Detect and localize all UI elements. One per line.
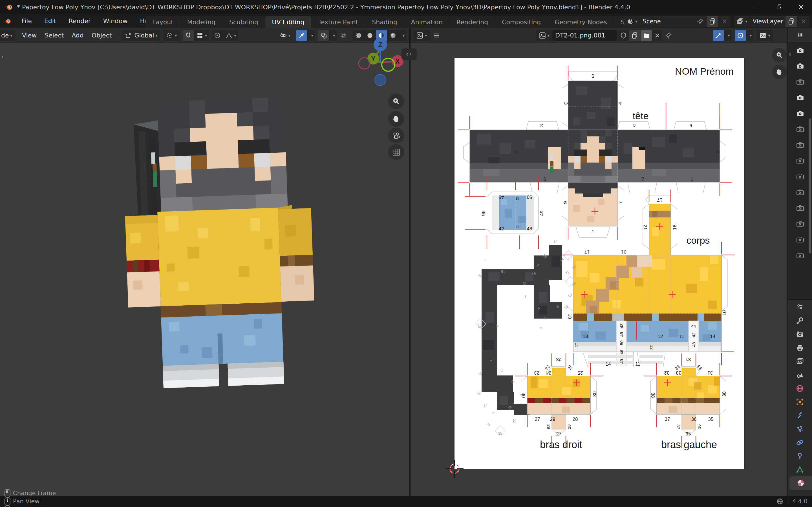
- right-mouse-icon: [4, 506, 10, 507]
- display-channels-dropdown[interactable]: ▾: [756, 30, 773, 41]
- workspace-tab-sculpting[interactable]: Sculpting: [222, 16, 265, 28]
- unlink-scene-button[interactable]: [719, 16, 731, 27]
- menu-render[interactable]: Render: [63, 16, 96, 26]
- editor-menu-button[interactable]: [430, 30, 443, 41]
- template-text: 28: [573, 416, 578, 422]
- gizmo-z-neg-axis[interactable]: [375, 74, 386, 86]
- uv-proportional-toggle[interactable]: [735, 30, 746, 41]
- workspace-tab-geometry-nodes[interactable]: Geometry Nodes: [548, 16, 614, 28]
- uv-snap-toggle[interactable]: [713, 30, 724, 41]
- properties-tab-constraints[interactable]: [788, 449, 812, 463]
- outliner-camera-disabled-item[interactable]: [788, 231, 812, 247]
- pan-view-button[interactable]: [388, 111, 404, 127]
- workspace-tab-rendering[interactable]: Rendering: [450, 16, 495, 28]
- new-scene-button[interactable]: [707, 16, 719, 27]
- restore-button[interactable]: [768, 0, 790, 14]
- outliner-camera-disabled-item[interactable]: [788, 184, 812, 200]
- viewlayer-name[interactable]: ViewLayer: [750, 18, 785, 25]
- image-name-field[interactable]: DT2-01.png.001: [552, 30, 617, 41]
- outliner-camera-disabled-item[interactable]: [788, 153, 812, 168]
- viewlayer-selector[interactable]: ▾ ViewLayer: [734, 16, 810, 27]
- workspace-tab-compositing[interactable]: Compositing: [495, 16, 548, 28]
- output-icon: [796, 344, 804, 352]
- unlink-image-button[interactable]: ×: [652, 30, 662, 41]
- character-model[interactable]: [0, 28, 409, 496]
- camera-view-button[interactable]: [388, 128, 404, 144]
- outliner-camera-disabled-item[interactable]: [788, 121, 812, 137]
- blender-logo-icon: [4, 3, 13, 11]
- outliner-camera-item[interactable]: [788, 42, 812, 58]
- properties-tab-object[interactable]: [788, 395, 812, 409]
- pin-image-icon[interactable]: [662, 30, 675, 41]
- template-text: 30: [592, 392, 598, 397]
- properties-tab-material[interactable]: [790, 476, 812, 490]
- workspace-tab-uv-editing[interactable]: UV Editing: [265, 16, 312, 28]
- workspace-tab-layout[interactable]: Layout: [146, 16, 181, 28]
- properties-tab-render[interactable]: [788, 328, 812, 341]
- outliner-camera-disabled-item[interactable]: [788, 168, 812, 184]
- properties-tab-particles[interactable]: [788, 422, 812, 436]
- outliner-camera-disabled-item[interactable]: [788, 247, 812, 263]
- 3d-viewport[interactable]: de▾ ViewSelectAddObject Global▾ ▾ ▾ ▾: [0, 28, 409, 496]
- outliner-camera-disabled-item[interactable]: [788, 200, 812, 216]
- 2d-cursor[interactable]: [444, 459, 465, 479]
- properties-header[interactable]: [788, 300, 812, 314]
- properties-panel[interactable]: [788, 299, 812, 496]
- uv-proportional-dropdown[interactable]: ▾: [746, 30, 754, 41]
- area-resize-arrows[interactable]: ‹›: [402, 48, 417, 60]
- workspace-tab-texture-paint[interactable]: Texture Paint: [311, 16, 365, 28]
- properties-tab-data[interactable]: [788, 463, 812, 476]
- menu-window[interactable]: Window: [98, 16, 133, 26]
- close-button[interactable]: [790, 0, 812, 14]
- pin-icon[interactable]: [695, 16, 707, 27]
- properties-tab-scene[interactable]: [788, 368, 812, 382]
- template-text: 50: [619, 341, 624, 345]
- browse-image-dropdown[interactable]: ▾: [536, 30, 553, 41]
- properties-tab-viewlayer[interactable]: [788, 355, 812, 368]
- status-bar: Change FramePan ViewOptions | 4.4.0: [0, 496, 812, 507]
- outliner-camera-item[interactable]: [788, 58, 812, 74]
- new-viewlayer-button[interactable]: [785, 16, 798, 27]
- zoom-view-button[interactable]: [388, 94, 404, 109]
- toggle-ortho-button[interactable]: [388, 144, 404, 160]
- scene-name[interactable]: Scene: [640, 18, 695, 25]
- outliner-panel[interactable]: ‹: [788, 28, 812, 298]
- blender-app-menu[interactable]: [0, 14, 15, 28]
- navigation-gizmo[interactable]: Z Y X: [355, 34, 406, 96]
- uv-snap-dropdown[interactable]: ▾: [724, 30, 732, 41]
- workspace-tab-modeling[interactable]: Modeling: [181, 16, 222, 28]
- workspace-tab-shading[interactable]: Shading: [365, 16, 404, 28]
- editor-type-dropdown[interactable]: ▾: [413, 30, 430, 41]
- remove-viewlayer-button[interactable]: [798, 16, 810, 27]
- outliner-camera-disabled-item[interactable]: [788, 74, 812, 90]
- outliner-camera-item[interactable]: [788, 90, 812, 105]
- workspace-tab-animation[interactable]: Animation: [404, 16, 450, 28]
- properties-tab-tool[interactable]: [788, 314, 812, 328]
- properties-tab-physics[interactable]: [788, 436, 812, 449]
- gizmo-x-neg-axis[interactable]: [359, 58, 370, 69]
- outliner-camera-disabled-item[interactable]: [788, 216, 812, 231]
- outliner-camera-disabled-item[interactable]: [788, 137, 812, 153]
- menu-edit[interactable]: Edit: [39, 16, 61, 26]
- uv-zoom-button[interactable]: [772, 48, 786, 62]
- gizmo-y-neg-axis[interactable]: [382, 58, 395, 71]
- outliner-scrollbar[interactable]: [809, 118, 811, 253]
- template-text: 50: [527, 194, 532, 200]
- minimize-button[interactable]: [746, 0, 768, 14]
- menu-file[interactable]: File: [16, 16, 37, 26]
- properties-tab-modifier[interactable]: [788, 409, 812, 422]
- outliner-camera-item[interactable]: [788, 105, 812, 121]
- scene-selector[interactable]: ▾ Scene: [624, 16, 731, 27]
- template-text: 10: [567, 314, 572, 319]
- uv-image-editor[interactable]: ▾ ▾ DT2-01.png.001 ×: [410, 28, 786, 496]
- fake-user-shield-icon[interactable]: [618, 30, 629, 41]
- collapse-region-arrow[interactable]: ‹: [789, 50, 792, 58]
- open-image-button[interactable]: [641, 30, 652, 41]
- new-image-button[interactable]: [629, 30, 641, 41]
- uv-snapping-group: ▾: [713, 30, 732, 41]
- properties-tab-output[interactable]: [788, 341, 812, 355]
- outliner-header[interactable]: [788, 28, 812, 42]
- status-hint-options: Options: [4, 506, 56, 507]
- properties-tab-world[interactable]: [788, 382, 812, 395]
- uv-pan-button[interactable]: [772, 65, 786, 79]
